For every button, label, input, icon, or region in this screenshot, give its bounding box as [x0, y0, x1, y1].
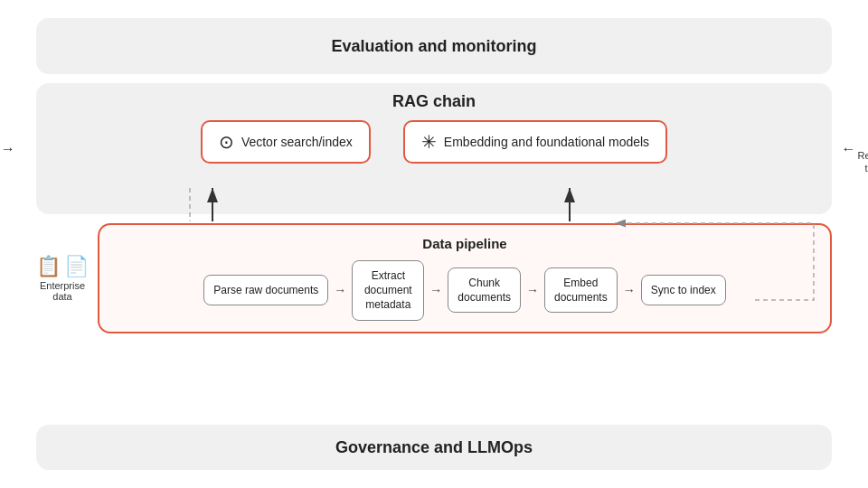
embedding-icon: ✳ — [421, 131, 437, 153]
eval-monitoring-label: Evaluation and monitoring — [331, 37, 536, 56]
enterprise-icons: 📋 📄 — [36, 255, 89, 278]
step-embed-label: Embeddocuments — [554, 277, 608, 304]
arrow-4: → — [623, 283, 636, 297]
rag-chain-box: 👤 Userrequest → 👤 Responseto user ← RAG … — [36, 83, 832, 214]
vector-search-box: ⊙ Vector search/index — [201, 120, 371, 164]
enterprise-icon-1: 📋 — [36, 255, 61, 278]
embedding-label: Embedding and foundational models — [444, 135, 649, 149]
data-pipeline-wrapper: 📋 📄 Enterprisedata → Data pipeline Parse… — [36, 223, 832, 333]
enterprise-label: Enterprisedata — [40, 280, 85, 302]
step-sync-label: Sync to index — [651, 284, 716, 296]
embedding-models-box: ✳ Embedding and foundational models — [403, 120, 667, 164]
step-parse-label: Parse raw documents — [213, 284, 318, 296]
step-embed: Embeddocuments — [544, 267, 618, 313]
data-pipeline-box: Data pipeline Parse raw documents → Extr… — [98, 223, 832, 333]
pipeline-title: Data pipeline — [112, 236, 817, 251]
step-chunk-label: Chunkdocuments — [458, 277, 511, 304]
eval-monitoring-box: Evaluation and monitoring — [36, 18, 832, 74]
arrow-3: → — [526, 283, 539, 297]
step-extract-label: Extractdocumentmetadata — [364, 269, 412, 311]
step-extract: Extractdocumentmetadata — [352, 260, 424, 321]
vector-search-label: Vector search/index — [241, 135, 353, 149]
diagram: Evaluation and monitoring 👤 Userrequest … — [18, 9, 850, 479]
pipeline-steps: Parse raw documents → Extractdocumentmet… — [112, 260, 817, 321]
step-chunk: Chunkdocuments — [448, 267, 521, 313]
step-sync: Sync to index — [641, 275, 726, 305]
enterprise-icon-2: 📄 — [64, 255, 89, 278]
governance-label: Governance and LLMOps — [335, 438, 533, 457]
rag-boxes-row: ⊙ Vector search/index ✳ Embedding and fo… — [51, 120, 817, 164]
arrow-2: → — [429, 283, 442, 297]
rag-pipeline-section: 👤 Userrequest → 👤 Responseto user ← RAG … — [36, 83, 832, 416]
arrow-1: → — [334, 283, 346, 297]
enterprise-data-side: 📋 📄 Enterprisedata → — [36, 255, 89, 302]
vector-search-icon: ⊙ — [219, 131, 234, 153]
response-user: 👤 Responseto user ← — [857, 123, 868, 174]
response-label: Responseto user — [857, 148, 868, 174]
governance-box: Governance and LLMOps — [36, 425, 832, 470]
rag-chain-title: RAG chain — [51, 92, 817, 111]
step-parse: Parse raw documents — [203, 275, 328, 305]
